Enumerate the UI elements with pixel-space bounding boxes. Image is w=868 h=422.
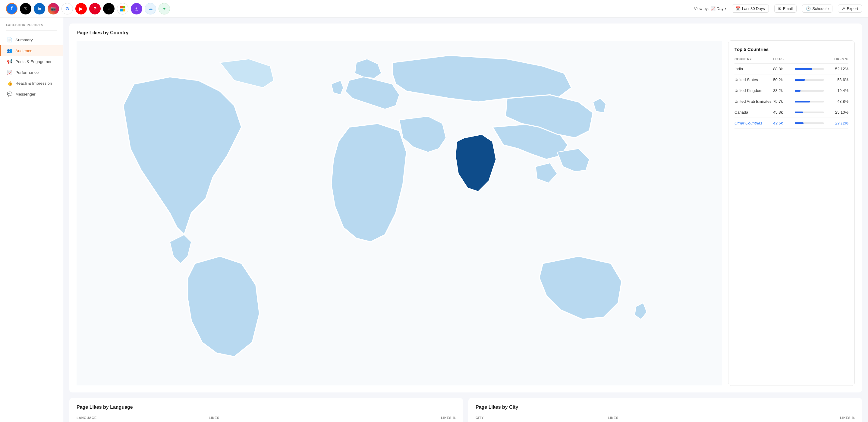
likes-uk: 33.2k: [773, 88, 795, 93]
country-india: India: [735, 67, 773, 71]
sidebar-label-audience: Audience: [16, 49, 32, 53]
map-card: Page Likes by Country: [69, 24, 862, 392]
sidebar-divider: [6, 30, 57, 31]
country-row-us: United States 50.2k 53.6%: [735, 74, 848, 85]
header-language: LANGUAGE: [76, 416, 209, 420]
top-nav: f 𝕏 in 📷 G ▶ P ♪ ◎ ☁ ✦ View by: 📈 Day ▾: [0, 0, 868, 18]
bar-india: [795, 68, 827, 70]
bottom-row: Page Likes by Language LANGUAGE LIKES LI…: [69, 398, 862, 422]
facebook-icon-btn[interactable]: f: [6, 3, 18, 14]
likes-other: 49.6k: [773, 121, 795, 125]
last-30-days-button[interactable]: 📅 Last 30 Days: [732, 4, 769, 13]
header-likes: LIKES: [773, 57, 795, 61]
reach-icon: 👍: [7, 81, 12, 86]
country-table-header: COUNTRY LIKES LIKES %: [735, 56, 848, 64]
likes-india: 88.8k: [773, 67, 795, 71]
sidebar-item-audience[interactable]: 👥 Audience: [0, 45, 63, 56]
header-city-pct: LIKES %: [784, 416, 855, 420]
tiktok-icon-btn[interactable]: ♪: [103, 3, 115, 14]
pct-us: 53.6%: [827, 78, 848, 82]
bar-uk: [795, 90, 827, 92]
likes-us: 50.2k: [773, 78, 795, 82]
green-icon-btn[interactable]: ✦: [158, 3, 170, 14]
pct-uae: 48.8%: [827, 99, 848, 104]
platform-icons: f 𝕏 in 📷 G ▶ P ♪ ◎ ☁ ✦: [6, 3, 694, 14]
sidebar-section-label: FACEBOOK REPORTS: [0, 24, 63, 30]
country-uk: United Kingdom: [735, 88, 773, 93]
country-row-canada: Canada 45.3k 25.10%: [735, 107, 848, 118]
google-icon-btn[interactable]: G: [61, 3, 73, 14]
city-table-header: CITY LIKES LIKES %: [475, 415, 855, 422]
pct-uk: 19.4%: [827, 88, 848, 93]
performance-icon: 📈: [7, 70, 12, 75]
pct-canada: 25.10%: [827, 110, 848, 115]
country-row-uae: United Arab Emirates 75.7k 48.8%: [735, 96, 848, 107]
country-canada: Canada: [735, 110, 773, 115]
bar-us: [795, 79, 827, 81]
sidebar-item-messenger[interactable]: 💬 Messenger: [0, 89, 63, 99]
main-layout: FACEBOOK REPORTS 📄 Summary 👥 Audience 📢 …: [0, 18, 868, 422]
top-countries-panel: Top 5 Countries COUNTRY LIKES LIKES % In…: [728, 40, 855, 386]
language-card: Page Likes by Language LANGUAGE LIKES LI…: [69, 398, 463, 422]
country-other: Other Countries: [735, 121, 773, 125]
header-city-likes: LIKES: [608, 416, 678, 420]
world-map-container: [76, 40, 722, 386]
export-button[interactable]: ↗ Export: [838, 4, 862, 13]
map-inner: Top 5 Countries COUNTRY LIKES LIKES % In…: [76, 40, 855, 386]
cloud-icon-btn[interactable]: ☁: [145, 3, 156, 14]
likes-canada: 45.3k: [773, 110, 795, 115]
sidebar-label-performance: Performance: [16, 70, 38, 75]
city-card: Page Likes by City CITY LIKES LIKES % Ch…: [468, 398, 862, 422]
header-pct: LIKES %: [827, 57, 848, 61]
sidebar-label-reach: Reach & Impression: [16, 81, 52, 86]
nav-right: View by: 📈 Day ▾ 📅 Last 30 Days ✉ Email …: [694, 4, 862, 13]
posts-icon: 📢: [7, 59, 12, 64]
sidebar-label-posts: Posts & Engagement: [16, 59, 54, 64]
sidebar-label-messenger: Messenger: [16, 92, 36, 96]
header-lang-pct: LIKES %: [385, 416, 456, 420]
country-row-india: India 88.8k 52.12%: [735, 64, 848, 74]
twitter-icon-btn[interactable]: 𝕏: [20, 3, 31, 14]
header-city: CITY: [475, 416, 608, 420]
bar-other: [795, 122, 827, 124]
country-us: United States: [735, 78, 773, 82]
summary-icon: 📄: [7, 37, 12, 42]
sidebar: FACEBOOK REPORTS 📄 Summary 👥 Audience 📢 …: [0, 18, 63, 422]
circle-icon-btn[interactable]: ◎: [131, 3, 142, 14]
bar-uae: [795, 101, 827, 102]
messenger-icon: 💬: [7, 91, 12, 97]
youtube-icon-btn[interactable]: ▶: [75, 3, 87, 14]
country-uae: United Arab Emirates: [735, 99, 773, 104]
map-card-title: Page Likes by Country: [76, 30, 855, 36]
email-button[interactable]: ✉ Email: [774, 4, 797, 13]
pct-india: 52.12%: [827, 67, 848, 71]
bar-canada: [795, 112, 827, 113]
sidebar-item-summary[interactable]: 📄 Summary: [0, 34, 63, 45]
pct-other: 29.12%: [827, 121, 848, 125]
country-row-uk: United Kingdom 33.2k 19.4%: [735, 85, 848, 96]
world-map-svg: [76, 40, 722, 386]
microsoft-icon-btn[interactable]: [117, 3, 128, 14]
pinterest-icon-btn[interactable]: P: [89, 3, 101, 14]
city-card-title: Page Likes by City: [475, 404, 855, 410]
schedule-button[interactable]: 🕐 Schedule: [802, 4, 832, 13]
likes-uae: 75.7k: [773, 99, 795, 104]
sidebar-item-posts[interactable]: 📢 Posts & Engagement: [0, 56, 63, 67]
country-row-other[interactable]: Other Countries 49.6k 29.12%: [735, 118, 848, 129]
language-card-title: Page Likes by Language: [76, 404, 456, 410]
sidebar-item-reach[interactable]: 👍 Reach & Impression: [0, 78, 63, 89]
audience-icon: 👥: [7, 48, 12, 53]
day-chevron: ▾: [725, 7, 726, 10]
sidebar-label-summary: Summary: [16, 38, 33, 42]
header-country: COUNTRY: [735, 57, 773, 61]
linkedin-icon-btn[interactable]: in: [34, 3, 45, 14]
instagram-icon-btn[interactable]: 📷: [48, 3, 59, 14]
day-selector[interactable]: 📈 Day ▾: [711, 6, 726, 11]
main-content: Page Likes by Country: [63, 18, 868, 422]
view-by-label: View by: 📈 Day ▾: [694, 6, 726, 11]
header-lang-likes: LIKES: [209, 416, 279, 420]
sidebar-item-performance[interactable]: 📈 Performance: [0, 67, 63, 78]
language-table-header: LANGUAGE LIKES LIKES %: [76, 415, 456, 422]
top-countries-title: Top 5 Countries: [735, 47, 848, 52]
